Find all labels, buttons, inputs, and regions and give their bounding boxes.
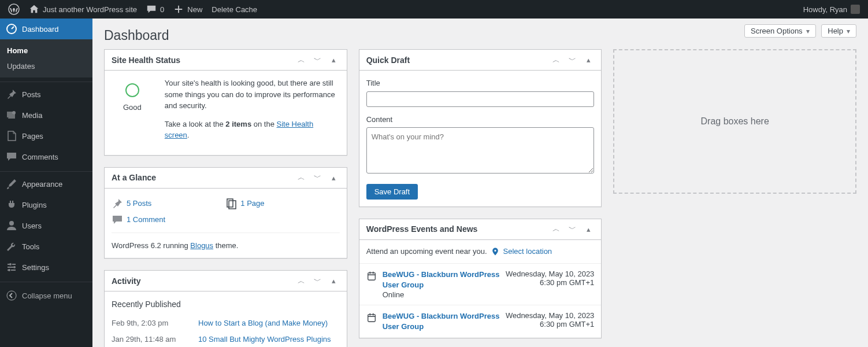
health-circle-icon: [125, 83, 139, 97]
delete-cache[interactable]: Delete Cache: [207, 0, 262, 19]
admin-bar: Just another WordPress site 0 New Delete…: [0, 0, 868, 19]
move-down-icon[interactable]: ﹀: [566, 223, 578, 235]
menu-plugins[interactable]: Plugins: [0, 194, 92, 215]
menu-users[interactable]: Users: [0, 215, 92, 236]
svg-point-6: [8, 269, 10, 271]
glance-footer: WordPress 6.2 running Blogus theme.: [112, 232, 340, 252]
menu-posts[interactable]: Posts: [0, 84, 92, 105]
menu-tools[interactable]: Tools: [0, 236, 92, 257]
calendar-icon: [366, 312, 377, 323]
pin-icon: [6, 88, 17, 100]
draft-content-textarea[interactable]: [366, 127, 595, 174]
glance-pages[interactable]: 1 Page: [225, 195, 339, 212]
toggle-icon[interactable]: ▴: [328, 172, 340, 183]
user-icon: [6, 220, 17, 231]
activity-title: Activity: [112, 276, 296, 286]
activity-box: Activity ︿ ﹀ ▴ Recently Published Feb 9t…: [104, 270, 347, 347]
pages-icon: [225, 198, 237, 209]
toggle-icon[interactable]: ▴: [583, 223, 594, 235]
plus-icon: [173, 4, 184, 14]
site-health-title: Site Health Status: [112, 56, 296, 65]
quick-draft-title: Quick Draft: [366, 56, 551, 65]
move-up-icon[interactable]: ︿: [550, 223, 562, 235]
health-status: Good: [123, 102, 142, 113]
glance-posts[interactable]: 5 Posts: [112, 195, 225, 212]
menu-media[interactable]: Media: [0, 105, 92, 125]
event-datetime: Wednesday, May 10, 20236:30 pm GMT+1: [506, 311, 594, 332]
events-box: WordPress Events and News ︿ ﹀ ▴ Attend a…: [359, 219, 602, 339]
dashboard-submenu: Home Updates: [0, 39, 92, 77]
draft-title-label: Title: [366, 77, 595, 89]
menu-settings[interactable]: Settings: [0, 257, 92, 278]
my-account[interactable]: Howdy, Ryan: [799, 0, 865, 19]
select-location-link[interactable]: Select location: [503, 247, 552, 256]
menu-appearance[interactable]: Appearance: [0, 174, 92, 194]
plug-icon: [6, 199, 17, 211]
glance-comments[interactable]: 1 Comment: [112, 212, 340, 228]
brush-icon: [6, 178, 17, 190]
draft-title-input[interactable]: [366, 91, 595, 107]
theme-link[interactable]: Blogus: [190, 241, 213, 250]
svg-rect-9: [368, 314, 375, 322]
move-down-icon[interactable]: ﹀: [312, 54, 324, 66]
event-location: Online: [383, 290, 500, 299]
save-draft-button[interactable]: Save Draft: [366, 184, 418, 200]
site-health-box: Site Health Status ︿ ﹀ ▴ Good Your site'…: [104, 49, 347, 156]
toggle-icon[interactable]: ▴: [328, 275, 340, 287]
events-title: WordPress Events and News: [366, 224, 551, 234]
avatar: [851, 5, 860, 14]
svg-rect-8: [368, 272, 375, 280]
pin-icon: [112, 198, 123, 209]
submenu-home[interactable]: Home: [0, 43, 92, 58]
help-button[interactable]: Help: [821, 24, 856, 38]
quick-draft-box: Quick Draft ︿ ﹀ ▴ Title Content Save Dra…: [359, 49, 602, 207]
new-link[interactable]: New: [169, 0, 207, 19]
collapse-menu[interactable]: Collapse menu: [0, 284, 92, 307]
event-datetime: Wednesday, May 10, 20236:30 pm GMT+1: [506, 270, 594, 299]
comments-link[interactable]: 0: [142, 0, 169, 19]
move-up-icon[interactable]: ︿: [550, 54, 562, 66]
move-up-icon[interactable]: ︿: [296, 275, 307, 287]
move-up-icon[interactable]: ︿: [296, 172, 307, 183]
svg-point-2: [12, 111, 16, 115]
admin-menu: Dashboard Home Updates Posts Media Pages…: [0, 19, 92, 347]
events-intro-text: Attend an upcoming event near you.: [366, 247, 487, 256]
svg-point-3: [9, 221, 14, 226]
event-title[interactable]: BeeWUG - Blackburn WordPress User Group: [383, 311, 500, 332]
activity-link[interactable]: 10 Small But Mighty WordPress Plugins Yo…: [198, 334, 340, 348]
submenu-updates[interactable]: Updates: [0, 58, 92, 74]
menu-dashboard[interactable]: Dashboard: [0, 19, 92, 39]
site-link[interactable]: Just another WordPress site: [24, 0, 142, 19]
comment-icon: [112, 214, 123, 226]
toggle-icon[interactable]: ▴: [583, 54, 594, 66]
event-item: BeeWUG - Blackburn WordPress User GroupW…: [359, 305, 602, 338]
menu-comments[interactable]: Comments: [0, 146, 92, 167]
comments-icon: [6, 151, 17, 163]
activity-item: Feb 9th, 2:03 pmHow to Start a Blog (and…: [112, 315, 340, 331]
health-description: Your site's health is looking good, but …: [165, 77, 340, 112]
menu-pages[interactable]: Pages: [0, 125, 92, 146]
health-hint: Take a look at the 2 items on the Site H…: [165, 119, 340, 141]
toggle-icon[interactable]: ▴: [328, 54, 340, 66]
event-title[interactable]: BeeWUG - Blackburn WordPress User Group: [383, 270, 500, 290]
dropzone[interactable]: Drag boxes here: [613, 49, 856, 194]
activity-date: Feb 9th, 2:03 pm: [112, 318, 198, 329]
screen-options-button[interactable]: Screen Options: [744, 24, 816, 38]
home-icon: [29, 4, 39, 14]
move-down-icon[interactable]: ﹀: [312, 172, 324, 183]
sliders-icon: [6, 261, 17, 273]
activity-link[interactable]: How to Start a Blog (and Make Money): [198, 318, 340, 329]
draft-content-label: Content: [366, 114, 595, 125]
collapse-icon: [6, 290, 17, 301]
comment-icon: [146, 4, 157, 14]
wp-logo[interactable]: [3, 0, 24, 19]
recently-published: Recently Published: [112, 298, 340, 315]
pages-icon: [6, 130, 17, 142]
move-down-icon[interactable]: ﹀: [312, 275, 324, 287]
event-item: BeeWUG - Blackburn WordPress User GroupO…: [359, 263, 602, 305]
dashboard-icon: [6, 23, 17, 35]
move-down-icon[interactable]: ﹀: [566, 54, 578, 66]
move-up-icon[interactable]: ︿: [296, 54, 307, 66]
health-indicator: Good: [112, 77, 153, 119]
calendar-icon: [366, 271, 377, 281]
